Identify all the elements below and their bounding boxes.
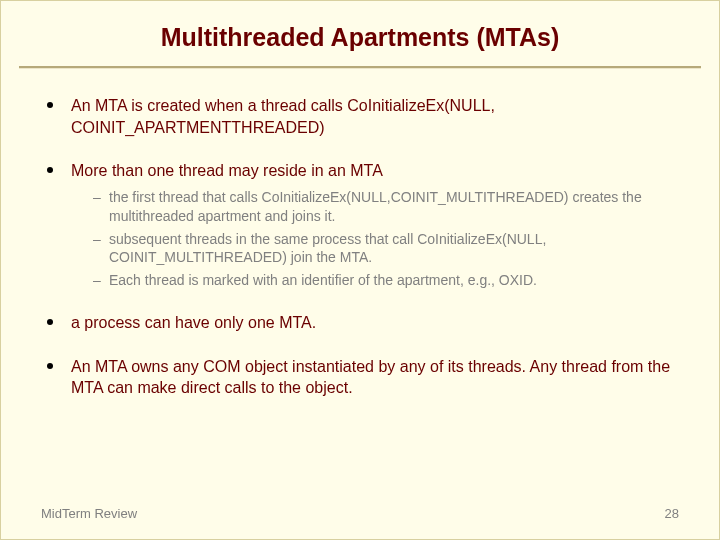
bullet-text: More than one thread may reside in an MT… [71,162,383,179]
sub-bullet-text: Each thread is marked with an identifier… [109,272,537,288]
page-number: 28 [665,506,679,521]
bullet-item: More than one thread may reside in an MT… [41,160,679,290]
sub-bullet-list: the first thread that calls CoInitialize… [71,188,679,290]
sub-bullet-item: the first thread that calls CoInitialize… [93,188,679,226]
bullet-item: a process can have only one MTA. [41,312,679,334]
slide: Multithreaded Apartments (MTAs) An MTA i… [0,0,720,540]
sub-bullet-item: Each thread is marked with an identifier… [93,271,679,290]
bullet-text: An MTA is created when a thread calls Co… [71,97,495,136]
sub-bullet-item: subsequent threads in the same process t… [93,230,679,268]
bullet-text: An MTA owns any COM object instantiated … [71,358,670,397]
bullet-list: An MTA is created when a thread calls Co… [41,95,679,399]
bullet-item: An MTA owns any COM object instantiated … [41,356,679,399]
footer-left: MidTerm Review [41,506,137,521]
sub-bullet-text: subsequent threads in the same process t… [109,231,546,266]
title-rule [19,66,701,69]
sub-bullet-text: the first thread that calls CoInitialize… [109,189,642,224]
bullet-item: An MTA is created when a thread calls Co… [41,95,679,138]
bullet-text: a process can have only one MTA. [71,314,316,331]
slide-title: Multithreaded Apartments (MTAs) [41,23,679,52]
